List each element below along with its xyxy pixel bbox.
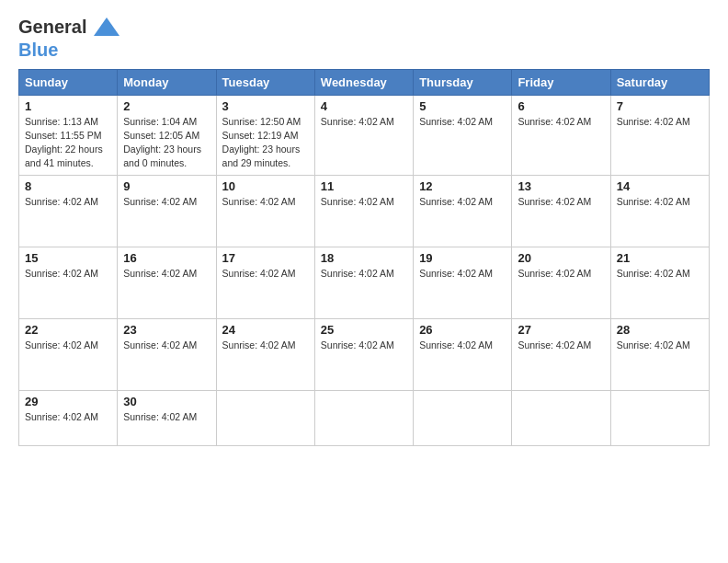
col-friday: Friday [512, 69, 610, 95]
day-info: Sunrise: 4:02 AM [419, 339, 506, 352]
table-row: 14Sunrise: 4:02 AM [610, 175, 709, 247]
logo: General Blue [18, 17, 119, 60]
day-number: 16 [123, 251, 210, 265]
col-thursday: Thursday [414, 69, 512, 95]
day-info: Sunrise: 1:04 AM Sunset: 12:05 AM Daylig… [123, 115, 210, 171]
table-row: 3Sunrise: 12:50 AM Sunset: 12:19 AM Dayl… [216, 95, 314, 175]
day-number: 28 [617, 323, 703, 337]
day-number: 29 [25, 395, 111, 408]
table-row: 2Sunrise: 1:04 AM Sunset: 12:05 AM Dayli… [118, 95, 216, 175]
day-number: 3 [222, 99, 309, 113]
table-row: 24Sunrise: 4:02 AM [216, 318, 314, 390]
day-info: Sunrise: 4:02 AM [419, 267, 506, 281]
day-info: Sunrise: 4:02 AM [222, 267, 309, 281]
table-row: 10Sunrise: 4:02 AM [216, 175, 314, 247]
table-row: 4Sunrise: 4:02 AM [314, 95, 413, 175]
day-info: Sunrise: 4:02 AM [419, 115, 506, 129]
day-info: Sunrise: 4:02 AM [25, 339, 111, 352]
day-number: 2 [123, 99, 210, 113]
day-info: Sunrise: 4:02 AM [419, 195, 506, 209]
table-row: 5Sunrise: 4:02 AM [414, 95, 512, 175]
table-row [610, 390, 709, 445]
day-info: Sunrise: 4:02 AM [321, 195, 407, 209]
day-info: Sunrise: 12:50 AM Sunset: 12:19 AM Dayli… [222, 115, 309, 171]
table-row: 13Sunrise: 4:02 AM [512, 175, 610, 247]
day-info: Sunrise: 4:02 AM [518, 195, 604, 209]
day-info: Sunrise: 4:02 AM [321, 267, 407, 281]
day-info: Sunrise: 1:13 AM Sunset: 11:55 PM Daylig… [25, 115, 111, 171]
table-row: 16Sunrise: 4:02 AM [118, 247, 216, 318]
table-row [216, 390, 314, 445]
table-row: 27Sunrise: 4:02 AM [512, 318, 610, 390]
table-row: 6Sunrise: 4:02 AM [512, 95, 610, 175]
day-number: 23 [123, 323, 210, 337]
table-row [512, 390, 610, 445]
col-tuesday: Tuesday [216, 69, 314, 95]
day-info: Sunrise: 4:02 AM [617, 115, 703, 129]
table-row: 15Sunrise: 4:02 AM [19, 247, 118, 318]
table-row: 1Sunrise: 1:13 AM Sunset: 11:55 PM Dayli… [19, 95, 118, 175]
table-row: 17Sunrise: 4:02 AM [216, 247, 314, 318]
day-info: Sunrise: 4:02 AM [321, 115, 407, 129]
day-number: 12 [419, 179, 506, 193]
day-info: Sunrise: 4:02 AM [518, 115, 604, 129]
table-row: 12Sunrise: 4:02 AM [414, 175, 512, 247]
day-number: 27 [518, 323, 604, 337]
col-saturday: Saturday [610, 69, 709, 95]
day-number: 9 [123, 179, 210, 193]
day-number: 4 [321, 99, 407, 113]
table-row: 23Sunrise: 4:02 AM [118, 318, 216, 390]
table-row: 8Sunrise: 4:02 AM [19, 175, 118, 247]
day-info: Sunrise: 4:02 AM [25, 410, 111, 424]
table-row: 21Sunrise: 4:02 AM [610, 247, 709, 318]
day-info: Sunrise: 4:02 AM [617, 339, 703, 352]
table-row: 7Sunrise: 4:02 AM [610, 95, 709, 175]
svg-marker-0 [94, 17, 119, 36]
day-number: 5 [419, 99, 506, 113]
day-number: 26 [419, 323, 506, 337]
day-number: 25 [321, 323, 407, 337]
day-info: Sunrise: 4:02 AM [123, 267, 210, 281]
table-row: 30Sunrise: 4:02 AM [118, 390, 216, 445]
day-number: 20 [518, 251, 604, 265]
table-row: 11Sunrise: 4:02 AM [314, 175, 413, 247]
day-info: Sunrise: 4:02 AM [123, 195, 210, 209]
day-info: Sunrise: 4:02 AM [518, 267, 604, 281]
day-info: Sunrise: 4:02 AM [617, 267, 703, 281]
table-row: 22Sunrise: 4:02 AM [19, 318, 118, 390]
day-info: Sunrise: 4:02 AM [518, 339, 604, 352]
day-number: 19 [419, 251, 506, 265]
day-info: Sunrise: 4:02 AM [25, 267, 111, 281]
day-number: 15 [25, 251, 111, 265]
day-number: 7 [617, 99, 703, 113]
table-row: 25Sunrise: 4:02 AM [314, 318, 413, 390]
calendar: Sunday Monday Tuesday Wednesday Thursday… [18, 69, 710, 446]
day-number: 22 [25, 323, 111, 337]
table-row [414, 390, 512, 445]
day-number: 6 [518, 99, 604, 113]
logo-icon [94, 14, 119, 40]
col-wednesday: Wednesday [314, 69, 413, 95]
table-row: 20Sunrise: 4:02 AM [512, 247, 610, 318]
day-number: 14 [617, 179, 703, 193]
day-info: Sunrise: 4:02 AM [321, 339, 407, 352]
table-row: 28Sunrise: 4:02 AM [610, 318, 709, 390]
table-row [314, 390, 413, 445]
day-info: Sunrise: 4:02 AM [617, 195, 703, 209]
day-info: Sunrise: 4:02 AM [25, 195, 111, 209]
day-number: 17 [222, 251, 309, 265]
header: General Blue [18, 17, 710, 60]
day-number: 30 [123, 395, 210, 408]
table-row: 29Sunrise: 4:02 AM [19, 390, 118, 445]
col-sunday: Sunday [19, 69, 118, 95]
logo-text-blue: Blue [18, 40, 119, 60]
day-number: 11 [321, 179, 407, 193]
day-number: 18 [321, 251, 407, 265]
table-row: 18Sunrise: 4:02 AM [314, 247, 413, 318]
day-number: 8 [25, 179, 111, 193]
page: General Blue Sunday Monday Tuesday Wedne… [0, 0, 728, 563]
table-row: 19Sunrise: 4:02 AM [414, 247, 512, 318]
day-info: Sunrise: 4:02 AM [123, 339, 210, 352]
table-row: 9Sunrise: 4:02 AM [118, 175, 216, 247]
day-info: Sunrise: 4:02 AM [222, 339, 309, 352]
